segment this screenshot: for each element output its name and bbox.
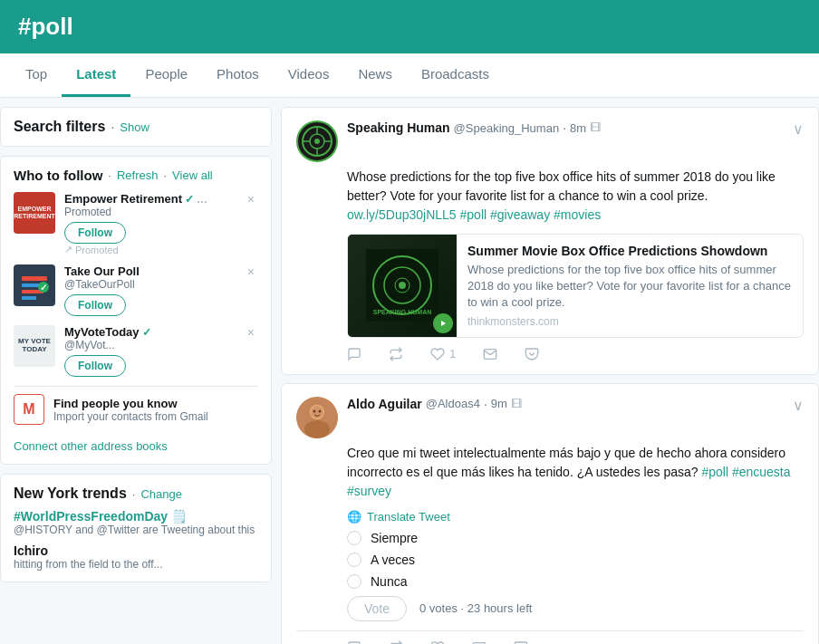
who-to-follow-header: Who to follow · Refresh · View all	[14, 168, 258, 183]
search-filters-card: Search filters · Show	[0, 107, 272, 147]
tab-latest[interactable]: Latest	[62, 53, 130, 97]
tweet1-hashtags[interactable]: #poll #giveaway #movies	[460, 207, 602, 222]
tweet2-body: Creo que mi tweet intelectualmente más b…	[347, 444, 804, 501]
tweet2-name[interactable]: Aldo Aguilar	[347, 397, 422, 411]
tab-videos[interactable]: Videos	[274, 53, 344, 97]
svg-point-19	[399, 282, 406, 289]
find-people-title: Find people you know	[53, 397, 208, 410]
who-to-follow-card: Who to follow · Refresh · View all EMPOW…	[0, 156, 272, 465]
trends-card: New York trends · Change #WorldPressFree…	[0, 474, 272, 582]
tab-broadcasts[interactable]: Broadcasts	[407, 53, 504, 97]
pocket-action-tweet1[interactable]	[525, 347, 539, 361]
pocket-action-tweet2[interactable]	[514, 640, 528, 644]
myvote-logo-img: MY VOTETODAY	[14, 325, 55, 367]
dot-separator: ·	[111, 120, 114, 134]
gmail-icon: M	[14, 394, 44, 425]
poll-radio-siempre[interactable]	[347, 531, 361, 545]
find-people-info: Find people you know Import your contact…	[53, 397, 208, 423]
close-takepoll[interactable]: ×	[244, 264, 258, 279]
poll-radio-aveces[interactable]	[347, 553, 361, 567]
takepoll-logo-img: ✓	[14, 264, 55, 306]
follow-button-myvote[interactable]: Follow	[64, 355, 126, 377]
svg-point-27	[313, 409, 316, 412]
tweet-speaking-human: Speaking Human @Speaking_Human · 8m 🎞 ∨ …	[281, 107, 819, 375]
svg-text:✓: ✓	[40, 283, 47, 293]
follow-button-empower[interactable]: Follow	[64, 222, 126, 244]
avatar-aldo	[296, 397, 338, 438]
like-action-tweet1[interactable]: 1	[430, 347, 456, 361]
view-all-link[interactable]: View all	[172, 168, 213, 182]
close-empower[interactable]: ×	[244, 192, 258, 207]
tweet1-author-line: Speaking Human @Speaking_Human · 8m 🎞	[347, 120, 601, 135]
trends-change[interactable]: Change	[140, 487, 182, 501]
media-icon-tweet2: 🎞	[511, 398, 522, 410]
separator1: ·	[108, 168, 111, 182]
who-title: Who to follow	[14, 168, 102, 183]
verified-icon-empower: ✓	[185, 193, 194, 206]
tweet1-card-preview[interactable]: SPEAKING HUMAN Summer Movie Box Office P…	[347, 234, 804, 338]
translate-link[interactable]: Translate Tweet	[367, 510, 450, 524]
close-myvote[interactable]: ×	[244, 325, 258, 340]
main-layout: Search filters · Show Who to follow · Re…	[0, 98, 819, 644]
search-filters-header: Search filters · Show	[14, 119, 258, 135]
like-action-tweet2[interactable]	[430, 640, 445, 644]
find-people-subtitle: Import your contacts from Gmail	[53, 410, 208, 423]
poll-footer: Vote 0 votes · 23 hours left	[347, 596, 804, 621]
tab-people[interactable]: People	[130, 53, 202, 97]
follow-item-empower: EMPOWERRETIREMENT Empower Retirement ✓ ……	[14, 192, 258, 255]
follow-handle-empower: Promoted	[64, 206, 258, 218]
trend-desc-ichiro: hitting from the field to the off...	[14, 558, 258, 571]
svg-text:SPEAKING HUMAN: SPEAKING HUMAN	[373, 309, 432, 315]
tweet2-handle[interactable]: @Aldoas4	[426, 397, 480, 410]
follow-button-takepoll[interactable]: Follow	[64, 294, 126, 316]
globe-icon: 🌐	[347, 510, 361, 524]
tweet1-handle[interactable]: @Speaking_Human	[454, 121, 560, 135]
poll-option-nunca: Nunca	[347, 574, 804, 589]
tweet2-time: 9m	[491, 397, 507, 410]
follow-handle-takepoll: @TakeOurPoll	[64, 278, 258, 291]
avatar-speaking-human	[296, 120, 338, 162]
follow-info-takepoll: Take Our Poll @TakeOurPoll Follow	[64, 264, 258, 316]
tweet1-link[interactable]: ow.ly/5Dup30jNLL5	[347, 207, 457, 222]
tweet1-card-title: Summer Movie Box Office Predictions Show…	[467, 244, 792, 258]
find-people-section: M Find people you know Import your conta…	[14, 386, 258, 432]
main-content: Speaking Human @Speaking_Human · 8m 🎞 ∨ …	[281, 107, 819, 644]
mail-action-tweet1[interactable]	[483, 347, 497, 361]
trend-desc-worldpress: @HISTORY and @Twitter are Tweeting about…	[14, 524, 258, 536]
tweet2-chevron[interactable]: ∨	[793, 397, 804, 414]
sidebar: Search filters · Show Who to follow · Re…	[0, 107, 272, 644]
poll-label-nunca: Nunca	[371, 574, 407, 589]
tab-top[interactable]: Top	[11, 53, 62, 97]
follow-info-empower: Empower Retirement ✓ … Promoted Follow ↗…	[64, 192, 258, 255]
refresh-link[interactable]: Refresh	[117, 168, 159, 182]
tab-photos[interactable]: Photos	[202, 53, 274, 97]
connect-address-books[interactable]: Connect other address books	[14, 439, 258, 453]
follow-info-myvote: MyVoteToday ✓ @MyVot... Follow	[64, 325, 258, 377]
mail-action-tweet2[interactable]	[472, 640, 487, 644]
reply-action-tweet2[interactable]	[347, 640, 361, 644]
follow-item-myvote: MY VOTETODAY MyVoteToday ✓ @MyVot... Fol…	[14, 325, 258, 377]
tweet1-card-text: Summer Movie Box Office Predictions Show…	[457, 235, 803, 337]
tweet1-meta: Speaking Human @Speaking_Human · 8m 🎞	[347, 120, 601, 135]
poll-votes: 0 votes · 23 hours left	[419, 601, 532, 615]
separator2: ·	[163, 168, 167, 182]
svg-rect-4	[22, 296, 36, 300]
tweet1-name[interactable]: Speaking Human	[347, 120, 450, 135]
tab-news[interactable]: News	[343, 53, 407, 97]
tweet1-chevron[interactable]: ∨	[793, 120, 804, 138]
search-filters-show[interactable]: Show	[120, 120, 149, 134]
poll-label-aveces: A veces	[371, 553, 415, 567]
retweet-action-tweet2[interactable]	[389, 640, 403, 644]
tweet2-actions	[347, 640, 804, 644]
search-filters-title: Search filters	[14, 119, 105, 135]
trends-header: New York trends · Change	[14, 485, 258, 502]
poll-radio-nunca[interactable]	[347, 574, 361, 589]
retweet-action-tweet1[interactable]	[389, 347, 403, 361]
trend-name-ichiro: Ichiro	[14, 543, 258, 558]
poll-vote-button[interactable]: Vote	[347, 596, 407, 621]
svg-rect-1	[22, 276, 47, 281]
follow-name-empower: Empower Retirement ✓ …	[64, 192, 258, 206]
reply-action-tweet1[interactable]	[347, 347, 361, 361]
svg-point-25	[304, 420, 330, 438]
avatar-takepoll: ✓	[14, 264, 55, 306]
